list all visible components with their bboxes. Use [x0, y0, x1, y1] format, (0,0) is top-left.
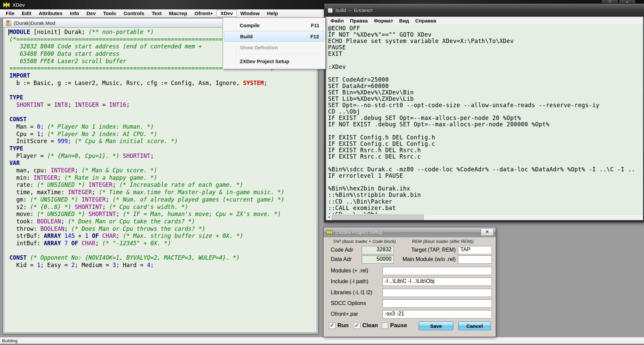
- menubar-item-help[interactable]: Help: [263, 10, 282, 17]
- main-module-label: Main Module (w/o .rel): [391, 256, 456, 262]
- dialog-titlebar[interactable]: ZXDev Project Setup ✕: [324, 227, 496, 237]
- menu-item-zxdev-project-setup[interactable]: ZXDev Project Setup: [223, 56, 325, 67]
- menu-item-build[interactable]: BuildF12: [224, 31, 324, 42]
- document-icon: [6, 20, 11, 26]
- code-line: CONST (* Opponent No: {NOVI4OK=1, BYVALY…: [9, 254, 284, 262]
- code-line: man, cpu: INTEGER; (* Man & Cpu score. *…: [9, 167, 284, 174]
- target-label: Target (TAP, REM): [391, 247, 456, 253]
- notepad-client-area: ФайлПравкаФорматВидСправка @ECHO OFF IF …: [326, 16, 643, 220]
- zxdev-project-setup-dialog: ZXDev Project Setup ✕ TAP (Basic loader …: [323, 227, 496, 337]
- code-line: [9, 109, 284, 116]
- notepad-text-area[interactable]: @ECHO OFF IF NOT "%XDev%"=="" GOTO XDev …: [326, 24, 643, 214]
- menubar-item-tools[interactable]: Tools: [99, 10, 120, 17]
- dialog-close-button[interactable]: ✕: [481, 228, 494, 236]
- include-label: Include (-I path): [331, 278, 368, 285]
- code-adr-label: Code Adr: [331, 247, 353, 253]
- libraries-label: Libraries (-L l1 l2): [331, 290, 372, 296]
- code-line: gm: (* UNSIGNED *) INTEGER; (* Num. of a…: [9, 196, 284, 204]
- code-line: time, maxTime: INTEGER; (* Time & max.ti…: [9, 189, 284, 196]
- xdev-window-titlebar: XDev: [0, 0, 25, 9]
- menubar-item-формат[interactable]: Формат: [371, 17, 396, 24]
- menubar-item-мастер[interactable]: Мастер: [165, 10, 191, 17]
- code-line: rate: (* UNSIGNED *) INTEGER; (* Increas…: [9, 181, 284, 189]
- menubar-item-вид[interactable]: Вид: [396, 17, 412, 24]
- window-bottom-edge: [0, 344, 644, 345]
- dialog-body: TAP (Basic loader + Code block) REM (Bas…: [324, 237, 496, 337]
- menubar-item-controls[interactable]: Controls: [120, 10, 148, 17]
- code-adr-field[interactable]: 32832: [362, 246, 394, 254]
- zxdev-dialog-icon: [326, 230, 333, 235]
- xdev-menu-dropdown: CompileF11BuildF12Show DefinitionZXDev P…: [223, 17, 326, 69]
- code-line: Player = (* {Man=0, Cpu=1}. *) SHORTINT;: [9, 153, 284, 160]
- editor-content[interactable]: MODULE [noinit] Durak; (** non-portable …: [4, 27, 317, 333]
- run-checkbox-label: Run: [337, 322, 349, 329]
- xdev-app-icon: [3, 2, 10, 8]
- notepad-menubar: ФайлПравкаФорматВидСправка: [326, 17, 643, 25]
- code-line: TYPE: [9, 94, 284, 101]
- code-line: Cpu = 1; (* Player No 2 index: AI CPU. *…: [9, 131, 284, 138]
- menu-item-compile[interactable]: CompileF11: [223, 20, 325, 31]
- notepad-text: @ECHO OFF IF NOT "%XDev%"=="" GOTO XDev …: [326, 24, 643, 214]
- code-line: [9, 247, 284, 255]
- ofront-par-field[interactable]: -sx3 -21: [382, 310, 492, 318]
- menubar-item-edit[interactable]: Edit: [18, 10, 35, 17]
- run-checkbox-box: [329, 322, 335, 329]
- menubar-item-правка[interactable]: Правка: [347, 17, 371, 24]
- checkbox-clean[interactable]: Clean: [354, 322, 378, 329]
- horizontal-scrollbar[interactable]: ◄: [326, 214, 643, 220]
- menubar-item-window[interactable]: Window: [237, 10, 263, 17]
- menubar-item-справка[interactable]: Справка: [412, 17, 439, 24]
- code-line: move: (* UNSIGNED *) SHORTINT; (* IF = M…: [9, 211, 284, 218]
- dialog-title: ZXDev Project Setup: [335, 229, 382, 235]
- pause-checkbox-label: Pause: [390, 322, 407, 329]
- notepad-icon: [328, 7, 333, 13]
- code-line: intBuf: ARRAY 7 OF CHAR; (* "-12345" + 0…: [9, 240, 284, 247]
- code-line: VAR: [9, 160, 284, 167]
- rem-hint: REM (Basic loader (after REM)): [412, 239, 473, 244]
- checkbox-run[interactable]: Run: [329, 322, 349, 329]
- code-line: Kid = 1; Easy = 2; Medium = 3; Hard = 4;: [9, 262, 284, 269]
- menubar-item-dev[interactable]: Dev: [83, 10, 100, 17]
- xdev-window-title: XDev: [12, 2, 25, 8]
- target-field[interactable]: TAP: [458, 246, 492, 254]
- modules-label: Modules (+ .rel): [331, 268, 368, 274]
- menubar-item-ofront+[interactable]: Ofront+: [191, 10, 217, 17]
- notepad-title: build — Блокнот: [335, 7, 373, 13]
- notepad-titlebar[interactable]: build — Блокнот: [324, 4, 644, 16]
- menubar-item-файл[interactable]: Файл: [327, 17, 347, 24]
- document-title: (Durak)Durak.Mod: [14, 20, 55, 26]
- clean-checkbox-label: Clean: [362, 322, 378, 329]
- scroll-left-icon[interactable]: ◄: [326, 214, 332, 220]
- cancel-button[interactable]: Cancel: [458, 321, 491, 330]
- code-line: SHORTINT = INT8; INTEGER = INT16;: [9, 101, 284, 109]
- libraries-field[interactable]: [382, 289, 492, 297]
- data-adr-label: Data Adr: [331, 256, 352, 262]
- scrollbar-thumb[interactable]: [332, 215, 424, 220]
- notepad-window: build — Блокнот ФайлПравкаФорматВидСправ…: [324, 3, 644, 222]
- pause-checkbox-box: [382, 322, 388, 329]
- ofront-par-label: Ofront+.par: [331, 311, 358, 317]
- code-line: min: INTEGER; (* Rate in a happy game. *…: [9, 174, 284, 182]
- sdcc-options-field[interactable]: [382, 299, 492, 308]
- modules-field[interactable]: [382, 267, 492, 275]
- data-adr-field[interactable]: 50000: [362, 255, 394, 264]
- code-line: Man = 0; (* Player No 1 index: Human. *): [9, 123, 284, 131]
- menubar-item-text[interactable]: Text: [148, 10, 166, 17]
- main-module-field[interactable]: [458, 255, 492, 264]
- checkbox-pause[interactable]: Pause: [382, 322, 407, 329]
- code-line: throw: BOOLEAN; (* Does Man or Cpu throw…: [9, 225, 284, 233]
- code-line: took: BOOLEAN; (* Does Man or Cpu take t…: [9, 218, 284, 225]
- include-field[interactable]: -I ..\Lib\C -I ..\Lib\Obj: [382, 277, 492, 286]
- menubar-item-xdev[interactable]: XDev: [217, 10, 237, 17]
- menubar-item-file[interactable]: File: [2, 10, 18, 17]
- menubar-item-attributes[interactable]: Attributes: [35, 10, 66, 17]
- menubar-item-info[interactable]: Info: [66, 10, 83, 17]
- sdcc-options-label: SDCC Options: [331, 300, 366, 306]
- save-button[interactable]: Save: [419, 321, 453, 330]
- status-text: Building: [2, 338, 17, 343]
- code-line: [9, 87, 284, 94]
- code-line: s2: (* {0..8} *) SHORTINT; (* Cpu card's…: [9, 204, 284, 211]
- code-line: b := Basic, g := Laser2, Music, Rsrc, cf…: [9, 80, 284, 87]
- clean-checkbox-box: [354, 322, 360, 329]
- code-line: IMPORT: [9, 72, 284, 80]
